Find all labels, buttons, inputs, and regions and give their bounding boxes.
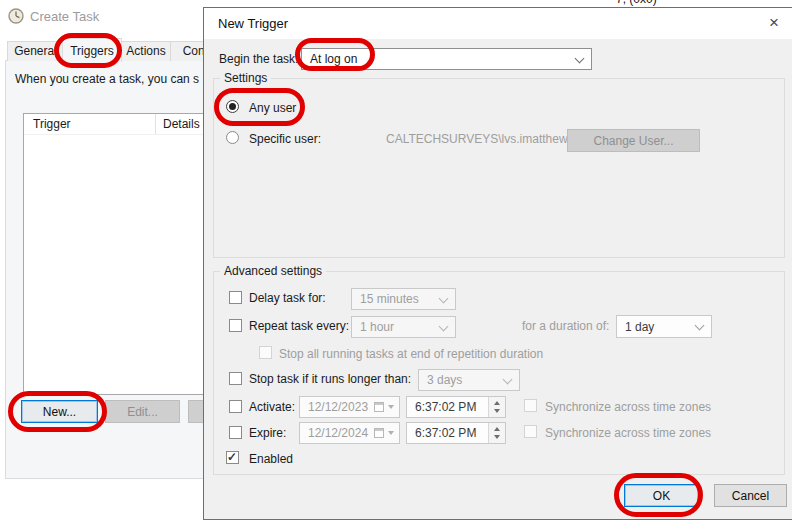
- chevron-down-icon: [695, 321, 705, 331]
- ok-button[interactable]: OK: [624, 484, 699, 507]
- stop-task-label[interactable]: Stop task if it runs longer than:: [249, 372, 411, 386]
- spinner-control[interactable]: [488, 423, 505, 443]
- enabled-label[interactable]: Enabled: [249, 452, 293, 466]
- begin-task-combo[interactable]: At log on: [301, 48, 592, 70]
- delay-combo[interactable]: 15 minutes: [351, 288, 456, 310]
- activate-sync-label: Synchronize across time zones: [545, 400, 711, 414]
- activate-sync-checkbox[interactable]: [524, 399, 537, 412]
- chevron-down-icon: [439, 294, 449, 304]
- chevron-down-icon: [503, 375, 513, 385]
- specific-user-radio[interactable]: [226, 131, 239, 144]
- screenshot-root: Create Task General Triggers Actions Con…: [0, 0, 792, 523]
- settings-group-label: Settings: [220, 71, 271, 85]
- chevron-down-icon: [439, 322, 449, 332]
- stop-all-checkbox[interactable]: [259, 346, 272, 359]
- stop-task-combo[interactable]: 3 days: [418, 369, 520, 391]
- column-header-trigger[interactable]: Trigger: [24, 114, 156, 134]
- expire-sync-checkbox[interactable]: [524, 425, 537, 438]
- dropdown-arrow-icon: [388, 431, 394, 435]
- delay-label[interactable]: Delay task for:: [249, 291, 326, 305]
- expire-checkbox[interactable]: [229, 426, 242, 439]
- close-icon[interactable]: ×: [769, 13, 779, 33]
- window-title: Create Task: [30, 9, 99, 24]
- tab-general[interactable]: General: [7, 41, 64, 61]
- tab-triggers[interactable]: Triggers: [62, 38, 122, 62]
- expire-sync-label: Synchronize across time zones: [545, 426, 711, 440]
- expire-label[interactable]: Expire:: [249, 426, 286, 440]
- tab-actions[interactable]: Actions: [120, 41, 172, 61]
- specific-user-label[interactable]: Specific user:: [249, 132, 321, 146]
- duration-label: for a duration of:: [522, 319, 609, 333]
- delay-checkbox[interactable]: [229, 291, 242, 304]
- calendar-icon: [374, 402, 384, 412]
- calendar-icon: [374, 428, 384, 438]
- dialog-titlebar: New Trigger ×: [204, 8, 792, 39]
- repeat-combo[interactable]: 1 hour: [351, 316, 456, 338]
- advanced-settings-group-label: Advanced settings: [220, 264, 326, 278]
- background-partial-text: 7, (0x0): [616, 0, 657, 6]
- expire-date-picker[interactable]: 12/12/2024: [299, 422, 400, 444]
- repeat-label[interactable]: Repeat task every:: [249, 319, 349, 333]
- spinner-up-icon: [494, 401, 500, 405]
- begin-task-value: At log on: [310, 52, 357, 66]
- task-scheduler-clock-icon: [8, 8, 24, 24]
- expire-time-spinner[interactable]: 6:37:02 PM: [406, 422, 506, 444]
- spinner-down-icon: [494, 435, 500, 439]
- activate-time-spinner[interactable]: 6:37:02 PM: [406, 396, 506, 418]
- enabled-checkbox[interactable]: [226, 451, 239, 464]
- repeat-checkbox[interactable]: [229, 319, 242, 332]
- change-user-button[interactable]: Change User...: [567, 129, 700, 152]
- any-user-radio[interactable]: [226, 100, 239, 113]
- duration-combo[interactable]: 1 day: [616, 315, 712, 338]
- begin-task-label: Begin the task:: [219, 52, 298, 66]
- edit-button[interactable]: Edit...: [105, 400, 180, 423]
- any-user-label[interactable]: Any user: [249, 101, 296, 115]
- cancel-button[interactable]: Cancel: [714, 484, 787, 507]
- specific-user-value: CALTECHSURVEYS\lvs.imatthews: [386, 132, 574, 146]
- settings-group: [213, 78, 785, 258]
- tab-description-text: When you create a task, you can s: [15, 72, 199, 86]
- spinner-down-icon: [494, 409, 500, 413]
- stop-task-checkbox[interactable]: [229, 372, 242, 385]
- activate-label[interactable]: Activate:: [249, 400, 295, 414]
- chevron-down-icon: [575, 54, 585, 64]
- spinner-up-icon: [494, 427, 500, 431]
- stop-all-label: Stop all running tasks at end of repetit…: [279, 347, 543, 361]
- new-button[interactable]: New...: [21, 400, 98, 423]
- new-trigger-dialog: New Trigger × Begin the task: At log on …: [203, 7, 792, 520]
- activate-checkbox[interactable]: [229, 400, 242, 413]
- dropdown-arrow-icon: [388, 405, 394, 409]
- activate-date-picker[interactable]: 12/12/2023: [299, 396, 400, 418]
- dialog-title: New Trigger: [218, 16, 288, 31]
- spinner-control[interactable]: [488, 397, 505, 417]
